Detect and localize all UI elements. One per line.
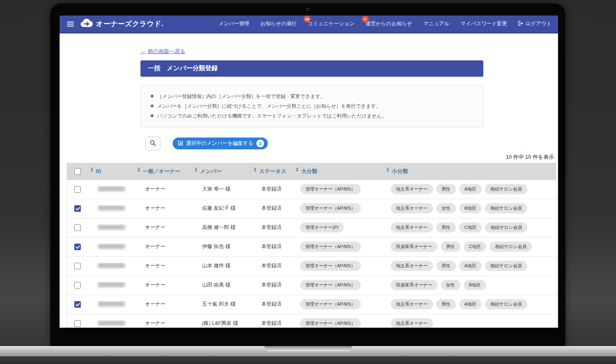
row-checkbox[interactable]	[74, 244, 81, 250]
app-logo[interactable]: オーナーズクラウド.	[80, 19, 164, 29]
sort-icon	[387, 168, 389, 172]
backdrop: オーナーズクラウド. メンバー管理お知らせの発行コミュニケーション10運営からの…	[0, 0, 616, 364]
nav-item-4[interactable]: 運営からのお知らせ4	[366, 20, 412, 27]
nav-item-2[interactable]: お知らせの発行	[260, 20, 297, 27]
masked-id	[98, 320, 125, 326]
column-header-2[interactable]: 一般／オーナー	[135, 168, 192, 175]
row-checkbox[interactable]	[74, 301, 81, 308]
cell-major-category: 管理オーナー（AP/MS）	[294, 242, 384, 252]
cell-id	[88, 320, 135, 327]
cell-minor-categories: 地主系オーナー	[384, 318, 556, 328]
selected-count-badge: 3	[256, 140, 264, 147]
cell-id	[88, 224, 135, 231]
search-icon	[149, 140, 156, 148]
nav-item-6[interactable]: マイパスワード変更	[460, 20, 507, 27]
minor-category-badge: 地主系オーナー	[391, 222, 433, 233]
column-header-5[interactable]: 大分類	[294, 168, 384, 175]
cloud-logo-icon	[80, 19, 93, 29]
minor-category-badge: C地区	[459, 222, 482, 233]
cell-id	[88, 301, 135, 308]
cell-owner-type: オーナー	[135, 282, 192, 289]
minor-category-badge: 地主系オーナー	[391, 299, 433, 309]
column-header-3[interactable]: メンバー	[192, 168, 251, 175]
cell-member-name: 伊藤 拓也 様	[192, 243, 251, 250]
minor-category-badge: 男性	[436, 184, 456, 194]
select-all-checkbox[interactable]	[74, 168, 81, 175]
masked-id	[98, 186, 125, 191]
search-button[interactable]	[145, 136, 160, 151]
minor-category-badge: 男性	[436, 222, 456, 233]
row-checkbox[interactable]	[74, 224, 81, 231]
select-all-cell	[67, 168, 88, 175]
edit-selected-button[interactable]: 選択中のメンバーを編集する 3	[173, 138, 268, 149]
nav-item-label: お知らせの発行	[260, 20, 297, 27]
hamburger-menu-icon[interactable]	[66, 20, 75, 28]
minor-category-badge: 地主系オーナー	[391, 318, 433, 328]
notification-badge: 4	[362, 16, 369, 22]
cell-minor-categories: 地主系オーナー男性C地区相続サロン会員	[384, 222, 556, 233]
sort-icon	[138, 168, 140, 172]
minor-category-badge: B地区	[459, 203, 482, 213]
cell-member-name: 高橋 健一郎 様	[192, 224, 251, 231]
nav-item-label: マイパスワード変更	[460, 20, 507, 27]
minor-category-badge: A地区	[459, 184, 482, 194]
sort-icon	[195, 168, 197, 172]
major-category-badge: 管理オーナー（AP/MS）	[300, 184, 361, 194]
cell-minor-categories: 地主系オーナー男性A地区相続サロン会員	[384, 184, 556, 194]
back-link[interactable]: ← 前の画面へ戻る	[140, 48, 185, 55]
cell-major-category: 管理オーナー（AP/MS）	[294, 261, 384, 271]
minor-category-badge: 相続サロン会員	[489, 242, 532, 252]
nav-item-1[interactable]: メンバー管理	[218, 20, 249, 27]
major-category-badge: 管理オーナー（AP/MS）	[300, 318, 361, 328]
cell-id	[88, 263, 135, 269]
major-category-badge: 管理オーナー（AP/MS）	[300, 242, 361, 252]
minor-category-badge: 地主系オーナー	[391, 261, 433, 271]
column-header-6[interactable]: 小分類	[384, 168, 556, 175]
cell-major-category: 管理オーナー（AP/MS）	[294, 299, 384, 309]
cell-status: 本登録済	[251, 301, 294, 308]
nav-item-label: メンバー管理	[218, 20, 249, 27]
logo-text: オーナーズクラウド.	[96, 19, 164, 29]
laptop-notch	[265, 346, 352, 351]
cell-minor-categories: 投資家系オーナー男性C地区相続サロン会員	[384, 242, 556, 252]
column-label: 一般／オーナー	[143, 168, 180, 175]
cell-minor-categories: 地主系オーナー女性B地区相続サロン会員	[384, 203, 556, 213]
minor-category-badge: 地主系オーナー	[391, 203, 433, 213]
page-content: ← 前の画面へ戻る 一括 メンバー分類登録 ［メンバー登録情報］内の［メンバー分…	[60, 33, 558, 328]
major-category-badge: 管理オーナー（AP/MS）	[300, 203, 361, 213]
column-header-1[interactable]: ID	[88, 168, 135, 174]
masked-id	[98, 301, 125, 306]
row-checkbox-cell	[67, 263, 88, 269]
minor-category-badge: C地区	[464, 242, 487, 252]
row-checkbox[interactable]	[74, 263, 81, 269]
minor-category-badge: 女性	[436, 203, 456, 213]
cell-major-category: 管理オーナー(P)	[294, 222, 384, 233]
column-header-4[interactable]: ステータス	[251, 168, 294, 175]
masked-id	[98, 282, 125, 287]
row-checkbox[interactable]	[74, 205, 81, 212]
info-note-1: ［メンバー登録情報］内の［メンバー分類］を一括で登録・変更できます。	[151, 91, 473, 101]
table-row: オーナー五十嵐 邦夫 様本登録済管理オーナー（AP/MS）地主系オーナー男性A地…	[67, 295, 556, 314]
table-row: オーナー高橋 健一郎 様本登録済管理オーナー(P)地主系オーナー男性C地区相続サ…	[67, 218, 556, 237]
bullet-icon	[151, 114, 153, 117]
sort-icon	[91, 168, 93, 172]
minor-category-badge: A地区	[459, 261, 482, 271]
row-checkbox-cell	[67, 320, 88, 327]
nav-item-3[interactable]: コミュニケーション10	[308, 20, 355, 27]
cell-status: 本登録済	[251, 282, 294, 289]
row-checkbox[interactable]	[74, 282, 81, 289]
column-label: ステータス	[259, 168, 286, 175]
nav-item-5[interactable]: マニュアル	[423, 20, 449, 27]
cell-major-category: 管理オーナー（AP/MS）	[294, 184, 384, 194]
row-checkbox[interactable]	[74, 320, 81, 327]
row-checkbox[interactable]	[74, 186, 81, 193]
nav-item-7[interactable]: ログアウト	[518, 20, 552, 27]
edit-icon	[178, 140, 183, 147]
row-checkbox-cell	[67, 244, 88, 250]
nav-item-label: ログアウト	[525, 20, 552, 27]
minor-category-badge: 相続サロン会員	[485, 299, 527, 309]
row-checkbox-cell	[67, 282, 88, 289]
minor-category-badge: 地主系オーナー	[391, 184, 433, 194]
cell-major-category: 管理オーナー（AP/MS）	[294, 203, 384, 213]
back-arrow-icon: ←	[140, 48, 146, 54]
